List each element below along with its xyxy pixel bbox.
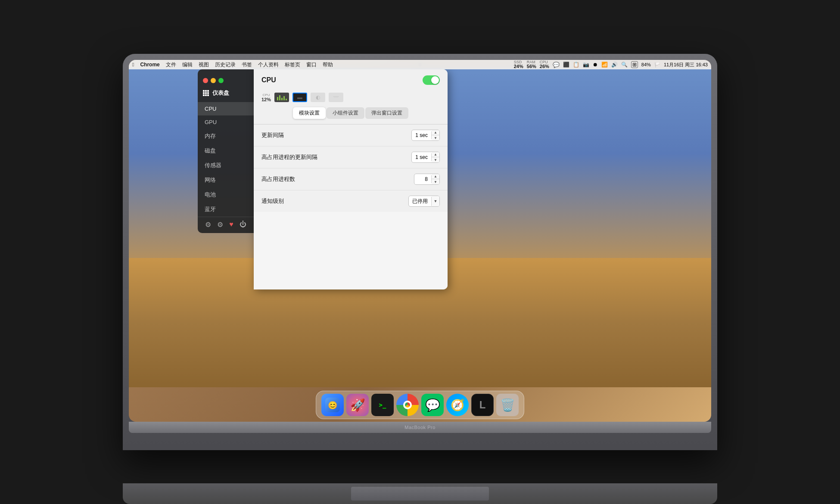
- icon-preview-1[interactable]: [274, 93, 289, 102]
- tab-popup-settings[interactable]: 弹出窗口设置: [365, 107, 408, 119]
- dock: 😊 🚀 >_ 💬 🧭: [316, 391, 524, 419]
- dock-chrome[interactable]: [396, 394, 419, 416]
- flag-icon[interactable]: 🏳️: [654, 62, 660, 68]
- setting-row-update-interval: 更新间隔 1 sec ▲ ▼: [254, 124, 448, 146]
- menu-window[interactable]: 窗口: [306, 61, 317, 68]
- high-cpu-count-stepper[interactable]: 8 ▲ ▼: [414, 174, 440, 185]
- icon-preview-4[interactable]: 〰: [329, 93, 343, 102]
- menu-file[interactable]: 文件: [166, 61, 176, 68]
- sidebar-item-bluetooth[interactable]: 蓝牙: [198, 202, 254, 217]
- cpu-mini-val: 12%: [261, 97, 271, 102]
- svg-text:😊: 😊: [328, 401, 338, 410]
- stepper-up-2[interactable]: ▲: [432, 152, 439, 157]
- menu-profile[interactable]: 个人资料: [258, 61, 279, 68]
- dock-istat[interactable]: L: [471, 394, 494, 416]
- notes-status[interactable]: 📋: [573, 62, 579, 68]
- wifi-icon[interactable]: 📶: [601, 62, 608, 68]
- high-cpu-count-label: 高占用进程数: [261, 175, 295, 183]
- app-name[interactable]: Chrome: [140, 62, 159, 68]
- status-ram: RAM 56%: [527, 60, 536, 69]
- sidebar-title-label: 仪表盘: [212, 89, 229, 97]
- cpu-val: 26%: [540, 64, 549, 69]
- donate-icon[interactable]: ♥: [229, 221, 233, 229]
- menubar:  Chrome 文件 编辑 视图 历史记录 书签 个人资料 标签页 窗口 帮助…: [129, 60, 711, 69]
- preferences-icon[interactable]: ⚙: [205, 221, 211, 229]
- sidebar-item-gpu[interactable]: GPU: [198, 115, 254, 129]
- menu-bookmarks[interactable]: 书签: [242, 61, 252, 68]
- bar-chart-icon: [277, 94, 287, 100]
- trackpad[interactable]: [351, 487, 489, 501]
- menubar-left:  Chrome 文件 编辑 视图 历史记录 书签 个人资料 标签页 窗口 帮助: [132, 61, 333, 68]
- menu-help[interactable]: 帮助: [323, 61, 333, 68]
- maximize-button[interactable]: [218, 78, 224, 83]
- close-button[interactable]: [203, 78, 208, 83]
- sidebar-title: 仪表盘: [198, 86, 254, 100]
- menu-tabs[interactable]: 标签页: [285, 61, 300, 68]
- bluetooth-status[interactable]: ⬛: [563, 62, 569, 68]
- setting-row-notify-level: 通知级别 已停用 ▼: [254, 190, 448, 212]
- macbook-bottom-bar: MacBook Pro: [129, 422, 711, 433]
- grid-icon: [203, 90, 209, 96]
- stepper-down[interactable]: ▼: [432, 135, 439, 140]
- sidebar-item-memory[interactable]: 内存: [198, 129, 254, 143]
- setting-row-high-cpu-count: 高占用进程数 8 ▲ ▼: [254, 168, 448, 190]
- dock-finder[interactable]: 😊: [321, 394, 344, 416]
- menu-view[interactable]: 视图: [199, 61, 209, 68]
- cpu-panel-header: CPU: [254, 69, 448, 89]
- dock-safari[interactable]: 🧭: [446, 394, 469, 416]
- high-cpu-interval-stepper[interactable]: 1 sec ▲ ▼: [411, 152, 440, 163]
- quit-icon[interactable]: ⏻: [240, 221, 246, 229]
- menu-history[interactable]: 历史记录: [215, 61, 236, 68]
- cpu-mini-stats: CPU 12%: [261, 93, 271, 102]
- debug-icon[interactable]: ⚙: [217, 221, 223, 229]
- battery-pct: 84%: [641, 62, 651, 67]
- tab-module-settings[interactable]: 模块设置: [293, 107, 326, 119]
- stepper-down-2[interactable]: ▼: [432, 157, 439, 162]
- photos-status[interactable]: 📷: [583, 62, 589, 68]
- minimize-button[interactable]: [211, 78, 216, 83]
- select-arrow-icon[interactable]: ▼: [432, 196, 439, 206]
- update-interval-label: 更新间隔: [261, 131, 284, 139]
- tab-widget-settings[interactable]: 小组件设置: [327, 107, 364, 119]
- stepper-down-3[interactable]: ▼: [432, 179, 439, 184]
- tabs-row: 模块设置 小组件设置 弹出窗口设置: [254, 107, 448, 124]
- sidebar-item-cpu[interactable]: CPU: [198, 102, 254, 115]
- sidebar-item-battery[interactable]: 电池: [198, 187, 254, 202]
- status-ssd: SSD 24%: [514, 60, 523, 69]
- toggle-switch[interactable]: [423, 75, 440, 85]
- toggle-knob: [431, 76, 439, 84]
- apple-menu[interactable]: : [132, 62, 134, 68]
- block-icon: ▬: [297, 94, 302, 100]
- stepper-buttons-2: ▲ ▼: [432, 152, 439, 162]
- search-icon[interactable]: 🔍: [621, 62, 628, 68]
- cpu-panel-spacer: [254, 212, 448, 289]
- dock-terminal[interactable]: >_: [371, 394, 394, 416]
- sidebar-item-disk[interactable]: 磁盘: [198, 143, 254, 158]
- notify-level-label: 通知级别: [261, 197, 284, 205]
- screen-record[interactable]: ⏺: [593, 62, 598, 68]
- stepper-up-3[interactable]: ▲: [432, 174, 439, 179]
- ram-val: 56%: [527, 64, 536, 69]
- cpu-icon-bar: CPU 12% ▬: [254, 89, 448, 107]
- high-cpu-interval-val: 1 sec: [412, 153, 432, 161]
- volume-icon[interactable]: 🔊: [611, 62, 618, 68]
- dock-trash[interactable]: 🗑️: [496, 394, 519, 416]
- menu-edit[interactable]: 编辑: [182, 61, 193, 68]
- wechat-status[interactable]: 💬: [553, 62, 560, 68]
- macbook-label: MacBook Pro: [404, 425, 436, 430]
- update-interval-stepper[interactable]: 1 sec ▲ ▼: [411, 130, 440, 141]
- dock-launchpad[interactable]: 🚀: [346, 394, 369, 416]
- stepper-up[interactable]: ▲: [432, 130, 439, 135]
- notify-level-select[interactable]: 已停用 ▼: [408, 196, 440, 207]
- control-center[interactable]: ⊞: [631, 61, 638, 68]
- cpu-panel: CPU CPU 12%: [254, 69, 448, 289]
- icon-preview-3[interactable]: ◐: [311, 93, 325, 102]
- menubar-right: SSD 24% RAM 56% CPU 26%: [514, 60, 708, 69]
- dock-wechat[interactable]: 💬: [421, 394, 444, 416]
- update-interval-val: 1 sec: [412, 131, 432, 139]
- cpu-mini-label: CPU: [263, 93, 270, 97]
- sidebar-item-sensors[interactable]: 传感器: [198, 158, 254, 173]
- screen-bezel:  Chrome 文件 编辑 视图 历史记录 书签 个人资料 标签页 窗口 帮助…: [129, 60, 711, 422]
- sidebar-item-network[interactable]: 网络: [198, 173, 254, 187]
- icon-preview-2[interactable]: ▬: [292, 93, 307, 102]
